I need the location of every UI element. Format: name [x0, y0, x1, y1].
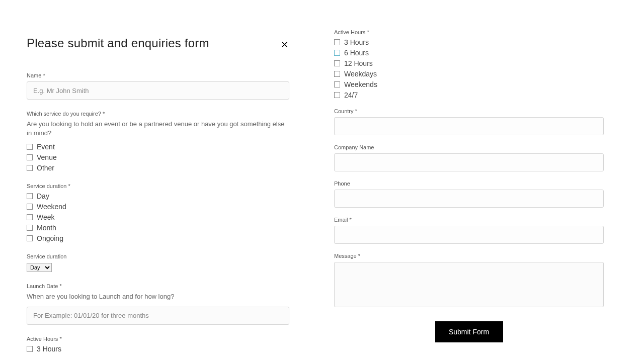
checkbox-icon	[334, 71, 340, 77]
launch-input[interactable]	[27, 307, 289, 325]
active-hours-right-label: Active Hours *	[334, 29, 604, 35]
submit-button[interactable]: Submit Form	[435, 321, 503, 342]
active-hours-right-group: Active Hours * 3 Hours 6 Hours 12 Hours …	[334, 29, 604, 99]
company-label: Company Name	[334, 144, 604, 150]
active-hours-3h[interactable]: 3 Hours	[334, 38, 604, 46]
message-label: Message *	[334, 253, 604, 259]
name-label: Name *	[27, 72, 289, 78]
duration-select-label: Service duration	[27, 253, 289, 259]
message-field-group: Message *	[334, 253, 604, 309]
company-input[interactable]	[334, 153, 604, 171]
name-input[interactable]	[27, 81, 289, 100]
country-label: Country *	[334, 108, 604, 114]
checkbox-icon	[334, 81, 340, 87]
checkbox-label: 3 Hours	[344, 38, 369, 46]
phone-input[interactable]	[334, 190, 604, 208]
service-description: Are you looking to hold an event or be a…	[27, 120, 289, 138]
active-hours-weekends[interactable]: Weekends	[334, 80, 604, 88]
checkbox-icon	[27, 214, 33, 220]
checkbox-icon	[27, 235, 33, 241]
checkbox-icon	[334, 60, 340, 66]
duration-option-ongoing[interactable]: Ongoing	[27, 234, 289, 242]
checkbox-label: 3 Hours	[37, 345, 61, 353]
duration-option-day[interactable]: Day	[27, 192, 289, 200]
checkbox-icon	[27, 204, 33, 210]
checkbox-label: Event	[37, 143, 55, 151]
checkbox-icon	[27, 144, 33, 150]
company-field-group: Company Name	[334, 144, 604, 171]
checkbox-label: Venue	[37, 153, 57, 161]
service-label: Which service do you require? *	[27, 111, 289, 117]
active-hours-weekdays[interactable]: Weekdays	[334, 70, 604, 78]
checkbox-label: Weekdays	[344, 70, 377, 78]
message-input[interactable]	[334, 262, 604, 307]
duration-cb-label: Service duration *	[27, 183, 289, 189]
checkbox-icon	[27, 165, 33, 171]
checkbox-label: Other	[37, 164, 54, 172]
checkbox-icon	[27, 154, 33, 160]
launch-field-group: Launch Date * When are you looking to La…	[27, 283, 289, 324]
close-icon[interactable]: ✕	[281, 39, 288, 50]
active-hours-left-options: 3 Hours	[27, 345, 289, 353]
active-hours-left-group: Active Hours * 3 Hours	[27, 336, 289, 353]
name-field-group: Name *	[27, 72, 289, 100]
form-title: Please submit and enquiries form	[27, 36, 289, 50]
checkbox-label: Weekends	[344, 80, 377, 88]
checkbox-label: Day	[37, 192, 49, 200]
duration-option-week[interactable]: Week	[27, 213, 289, 221]
service-option-other[interactable]: Other	[27, 164, 289, 172]
country-field-group: Country *	[334, 108, 604, 135]
checkbox-label: 6 Hours	[344, 49, 369, 57]
email-field-group: Email *	[334, 217, 604, 244]
email-label: Email *	[334, 217, 604, 223]
duration-checkbox-group: Service duration * Day Weekend Week Mont…	[27, 183, 289, 242]
active-hours-6h[interactable]: 6 Hours	[334, 49, 604, 57]
launch-label: Launch Date *	[27, 283, 289, 289]
service-options: Event Venue Other	[27, 143, 289, 172]
active-hours-left-3h[interactable]: 3 Hours	[27, 345, 289, 353]
email-input[interactable]	[334, 226, 604, 244]
checkbox-icon	[27, 225, 33, 231]
service-option-venue[interactable]: Venue	[27, 153, 289, 161]
phone-label: Phone	[334, 180, 604, 187]
active-hours-left-label: Active Hours *	[27, 336, 289, 342]
checkbox-label: Week	[37, 213, 55, 221]
checkbox-icon	[27, 193, 33, 199]
checkbox-icon	[27, 346, 33, 352]
checkbox-label: 24/7	[344, 91, 358, 99]
service-option-event[interactable]: Event	[27, 143, 289, 151]
checkbox-icon	[334, 39, 340, 45]
duration-option-weekend[interactable]: Weekend	[27, 203, 289, 211]
checkbox-label: 12 Hours	[344, 59, 373, 67]
duration-select[interactable]: Day	[27, 263, 52, 272]
phone-field-group: Phone	[334, 180, 604, 208]
checkbox-icon	[334, 92, 340, 98]
service-field-group: Which service do you require? * Are you …	[27, 111, 289, 172]
checkbox-label: Ongoing	[37, 234, 63, 242]
duration-select-group: Service duration Day	[27, 253, 289, 272]
checkbox-label: Weekend	[37, 203, 66, 211]
active-hours-12h[interactable]: 12 Hours	[334, 59, 604, 67]
launch-description: When are you looking to Launch and for h…	[27, 292, 289, 301]
active-hours-247[interactable]: 24/7	[334, 91, 604, 99]
country-input[interactable]	[334, 117, 604, 135]
active-hours-right-options: 3 Hours 6 Hours 12 Hours Weekdays Weeken…	[334, 38, 604, 99]
checkbox-label: Month	[37, 224, 56, 232]
duration-options: Day Weekend Week Month Ongoing	[27, 192, 289, 242]
checkbox-icon	[334, 50, 340, 56]
duration-option-month[interactable]: Month	[27, 224, 289, 232]
